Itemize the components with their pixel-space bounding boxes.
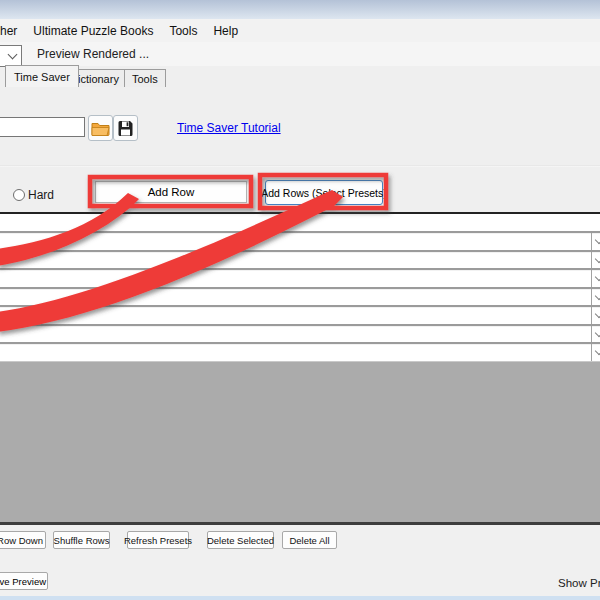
tab-tools[interactable]: Tools <box>124 69 166 87</box>
delete-selected-button[interactable]: Delete Selected <box>207 531 274 549</box>
table-row[interactable] <box>0 305 600 324</box>
menu-item-tools[interactable]: Tools <box>161 24 205 38</box>
add-rows-select-presets-button[interactable]: Add Rows (Select Presets) <box>265 180 383 205</box>
row-down-button[interactable]: Row Down <box>0 531 46 549</box>
open-file-button[interactable] <box>88 115 113 141</box>
app-window: her Ultimate Puzzle Books Tools Help Pre… <box>0 0 600 600</box>
table-row[interactable] <box>0 287 600 306</box>
table-row[interactable] <box>0 250 600 269</box>
row-preset-dropdown[interactable] <box>591 252 600 269</box>
window-bottom-edge <box>0 596 600 600</box>
chevron-down-icon <box>595 310 600 318</box>
menu-item-help[interactable]: Help <box>205 24 246 38</box>
menu-item-ultimate-puzzle-books[interactable]: Ultimate Puzzle Books <box>25 24 161 38</box>
preview-placeholder-panel <box>0 361 600 522</box>
open-folder-icon <box>91 121 110 136</box>
row-preset-dropdown[interactable] <box>591 289 600 306</box>
table-row[interactable] <box>0 342 600 361</box>
refresh-presets-button[interactable]: Refresh Presets <box>127 531 189 549</box>
row-preset-dropdown[interactable] <box>591 344 600 361</box>
preview-status-text: Preview Rendered ... <box>37 47 149 61</box>
chevron-down-icon <box>8 50 18 60</box>
floppy-disk-icon <box>117 120 134 137</box>
chevron-down-icon <box>595 255 600 263</box>
table-row[interactable] <box>0 324 600 343</box>
row-preset-dropdown[interactable] <box>591 233 600 250</box>
window-titlebar <box>0 0 600 19</box>
menu-item-partial[interactable]: her <box>0 24 25 38</box>
difficulty-hard-radio[interactable] <box>13 189 25 201</box>
section-divider <box>0 165 600 167</box>
delete-all-button[interactable]: Delete All <box>282 531 337 549</box>
chevron-down-icon <box>595 273 600 281</box>
row-preset-dropdown[interactable] <box>591 326 600 343</box>
add-row-button[interactable]: Add Row <box>95 181 247 203</box>
chevron-down-icon <box>595 347 600 355</box>
save-file-button[interactable] <box>113 115 138 141</box>
show-preview-label[interactable]: Show Preview <box>558 577 600 589</box>
preset-table-rows <box>0 231 600 361</box>
chevron-down-icon <box>595 292 600 300</box>
bottom-controls-panel: Row Down Shuffle Rows Refresh Presets De… <box>0 525 600 600</box>
render-toolbar: Preview Rendered ... <box>0 42 600 66</box>
table-row[interactable] <box>0 268 600 287</box>
table-header-gap <box>0 214 600 231</box>
row-preset-dropdown[interactable] <box>591 270 600 287</box>
save-preview-button[interactable]: Save Preview <box>0 572 48 590</box>
time-saver-tutorial-link[interactable]: Time Saver Tutorial <box>177 121 281 135</box>
render-dropdown[interactable] <box>0 45 22 67</box>
row-preset-dropdown[interactable] <box>591 307 600 324</box>
table-row[interactable] <box>0 231 600 250</box>
difficulty-hard-label: Hard <box>28 188 54 202</box>
chevron-down-icon <box>595 236 600 244</box>
shuffle-rows-button[interactable]: Shuffle Rows <box>53 531 110 549</box>
chevron-down-icon <box>595 329 600 337</box>
preset-table <box>0 214 600 361</box>
menu-bar: her Ultimate Puzzle Books Tools Help <box>0 19 600 42</box>
tab-time-saver[interactable]: Time Saver <box>5 65 79 87</box>
file-path-input[interactable] <box>0 117 85 137</box>
